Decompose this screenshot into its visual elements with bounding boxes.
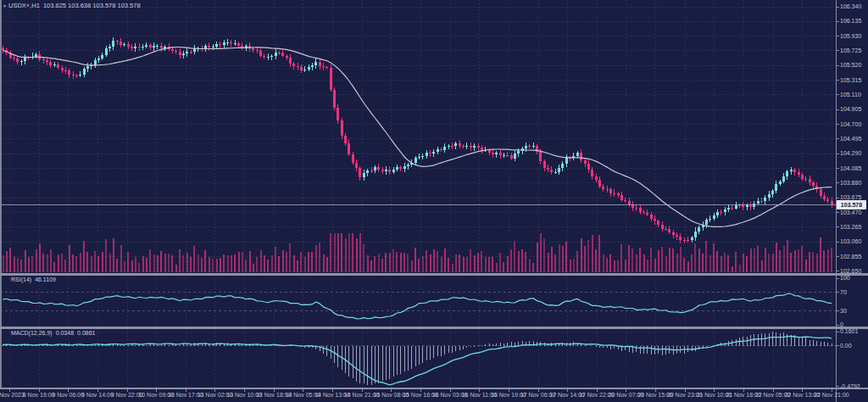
price-tick-label: 104.905 <box>840 106 861 113</box>
price-tick-label: 104.290 <box>840 150 861 157</box>
time-axis[interactable]: 8 Nov 20238 Nov 19:009 Nov 06:009 Nov 14… <box>0 389 868 402</box>
price-tick-label: 103.060 <box>840 238 861 245</box>
price-tick-label: 105.315 <box>840 77 861 84</box>
rsi-level-label: 100 <box>840 275 850 282</box>
price-tick-label: 104.495 <box>840 136 861 142</box>
price-axis[interactable]: 106.340106.135105.930105.725105.520105.3… <box>836 0 868 389</box>
panel-separator[interactable] <box>0 327 868 329</box>
rsi-level-label: 30 <box>840 308 847 315</box>
price-tick-label: 102.650 <box>840 268 861 275</box>
price-tick-label: 105.725 <box>840 47 861 54</box>
price-tick-label: 104.085 <box>840 165 861 172</box>
rsi-indicator-label: RSI(14)46.1109 <box>11 276 59 282</box>
price-tick-label: 105.930 <box>840 33 861 40</box>
price-tick-label: 103.470 <box>840 209 861 216</box>
rsi-name: RSI(14) <box>11 276 31 282</box>
price-tick-label: 102.855 <box>840 254 861 260</box>
chart-left-border <box>0 0 2 389</box>
trading-chart-window: ▾USDX+,H1103.625 103.638 103.578 103.578… <box>0 0 868 402</box>
price-tick-label: 103.880 <box>840 180 861 187</box>
macd-indicator-label: MACD(12,26,9)0.03480.0861 <box>11 330 98 336</box>
time-tick-label: 8 Nov 2023 <box>0 392 25 399</box>
macd-signal-value: 0.0861 <box>77 330 95 336</box>
chart-title: ▾USDX+,H1103.625 103.638 103.578 103.578 <box>3 2 144 9</box>
price-tick-label: 104.700 <box>840 121 861 128</box>
rsi-level-label: 0 <box>840 321 843 328</box>
ohlc-values: 103.625 103.638 103.578 103.578 <box>43 2 141 9</box>
time-tick-label: 22 Nov 21:00 <box>814 392 849 399</box>
macd-axis-label: 0.1601 <box>840 328 858 335</box>
rsi-value: 46.1109 <box>35 276 56 282</box>
price-tick-label: 106.135 <box>840 18 861 25</box>
price-tick-label: 103.265 <box>840 224 861 231</box>
macd-name: MACD(12,26,9) <box>11 330 53 336</box>
price-tick-label: 105.110 <box>840 92 861 98</box>
rsi-level-label: 70 <box>840 289 847 296</box>
chevron-down-icon[interactable]: ▾ <box>3 3 6 8</box>
price-tick-label: 105.520 <box>840 62 861 69</box>
macd-axis-label: 0.00 <box>840 343 852 349</box>
time-tick-label: 8 Nov 19:00 <box>23 392 55 399</box>
time-tick-label: 9 Nov 14:00 <box>81 392 114 399</box>
time-tick-label: 9 Nov 06:00 <box>52 392 84 399</box>
panel-separator[interactable] <box>0 273 868 276</box>
price-tick-label: 106.340 <box>840 3 861 10</box>
macd-main-value: 0.0348 <box>56 330 74 336</box>
symbol-timeframe-label: USDX+,H1 <box>8 2 40 9</box>
bid-price-tag: 103.578 <box>837 200 866 209</box>
chart-canvas[interactable] <box>0 0 868 402</box>
